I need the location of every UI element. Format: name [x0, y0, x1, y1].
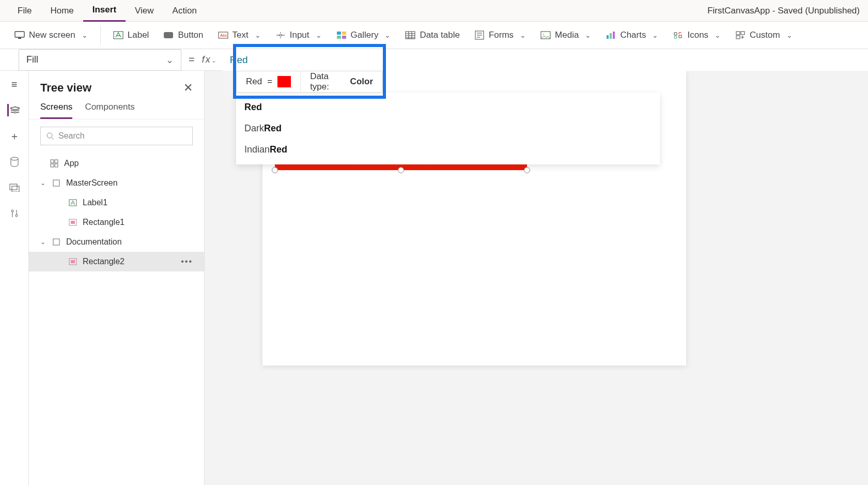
svg-rect-21 [736, 36, 740, 39]
tree-node-rectangle2[interactable]: Rectangle2 ••• [29, 252, 204, 271]
new-screen-label: New screen [29, 30, 75, 40]
formula-bar: Fill = fx [0, 49, 868, 71]
tree-node-rectangle1[interactable]: Rectangle1 [29, 213, 204, 232]
text-button[interactable]: Abc Text [212, 27, 267, 43]
formula-result-tooltip: Red = Data type: Color [236, 71, 383, 93]
data-table-button[interactable]: Data table [399, 27, 466, 43]
autocomplete-option[interactable]: DarkRed [236, 118, 660, 139]
svg-rect-9 [337, 36, 341, 39]
menu-action[interactable]: Action [163, 0, 206, 22]
tree-node-documentation[interactable]: ⌄ Documentation [29, 232, 204, 252]
tree-node-app[interactable]: App [29, 154, 204, 173]
rail-media-icon[interactable] [8, 181, 21, 194]
rail-data-icon[interactable] [8, 156, 21, 168]
icons-button[interactable]: Icons [667, 27, 727, 43]
svg-point-25 [11, 210, 13, 212]
more-icon[interactable]: ••• [181, 257, 193, 266]
fx-button[interactable]: fx [202, 54, 223, 65]
resize-handle-e[interactable] [524, 167, 530, 173]
text-icon: Abc [218, 30, 228, 40]
tree-node-masterscreen[interactable]: ⌄ MasterScreen [29, 173, 204, 193]
expand-icon[interactable]: ⌄ [40, 238, 47, 246]
button-icon [163, 30, 174, 40]
tab-screens[interactable]: Screens [40, 102, 72, 119]
svg-rect-24 [12, 186, 19, 192]
media-label: Media [555, 30, 579, 40]
expand-icon[interactable]: ⌄ [40, 179, 47, 187]
data-type-value: Color [350, 77, 373, 87]
svg-rect-16 [610, 33, 612, 39]
rail-tools-icon[interactable] [8, 207, 21, 220]
svg-rect-15 [607, 35, 609, 39]
property-selector[interactable]: Fill [19, 49, 181, 71]
search-icon [46, 132, 54, 140]
forms-button[interactable]: Forms [468, 27, 532, 43]
screen-icon [52, 237, 61, 247]
data-table-label: Data table [420, 30, 460, 40]
result-name: Red [246, 77, 262, 87]
svg-rect-7 [337, 32, 341, 35]
text-label: Text [233, 30, 249, 40]
gallery-button[interactable]: Gallery [330, 27, 397, 43]
formula-input[interactable] [223, 49, 868, 71]
gallery-label: Gallery [351, 30, 379, 40]
left-rail: ≡ ＋ [0, 71, 29, 485]
app-icon [50, 159, 59, 168]
svg-rect-19 [736, 32, 740, 35]
label-button[interactable]: Label [107, 27, 156, 43]
charts-label: Charts [620, 30, 646, 40]
gallery-icon [336, 30, 347, 40]
svg-rect-36 [53, 239, 59, 245]
charts-icon [606, 30, 616, 40]
svg-rect-1 [18, 38, 21, 39]
svg-point-18 [674, 36, 677, 39]
svg-rect-30 [51, 164, 54, 167]
tree-view-title: Tree view [40, 81, 91, 95]
new-screen-button[interactable]: New screen [8, 27, 94, 43]
app-title: FirstCanvasApp - Saved (Unpublished) [707, 6, 860, 16]
autocomplete-dropdown: Red DarkRed IndianRed [236, 93, 660, 164]
tree-label: Rectangle1 [83, 218, 125, 227]
forms-label: Forms [489, 30, 514, 40]
close-icon[interactable]: ✕ [183, 81, 193, 95]
menu-file[interactable]: File [8, 0, 41, 22]
svg-point-6 [280, 34, 282, 36]
svg-rect-23 [10, 184, 17, 190]
rail-insert-icon[interactable]: ＋ [8, 130, 21, 142]
property-name: Fill [26, 54, 38, 65]
menu-home[interactable]: Home [41, 0, 83, 22]
svg-rect-20 [741, 32, 745, 35]
media-button[interactable]: Media [534, 27, 597, 43]
label-icon [113, 30, 123, 40]
input-icon [275, 30, 286, 40]
svg-rect-32 [53, 180, 59, 186]
autocomplete-option[interactable]: IndianRed [236, 139, 660, 160]
button-button[interactable]: Button [157, 27, 209, 43]
tree-node-label1[interactable]: Label1 [29, 193, 204, 213]
screen-icon [14, 30, 25, 40]
insert-ribbon: New screen Label Button Abc Text Input G… [0, 22, 868, 49]
svg-rect-29 [55, 160, 58, 163]
input-label: Input [290, 30, 309, 40]
svg-rect-38 [71, 260, 75, 263]
svg-point-22 [11, 157, 18, 160]
rail-tree-icon[interactable] [7, 104, 20, 116]
rail-hamburger-icon[interactable]: ≡ [8, 78, 21, 90]
menu-insert[interactable]: Insert [83, 0, 126, 22]
autocomplete-option[interactable]: Red [236, 97, 660, 118]
resize-handle-s[interactable] [398, 167, 404, 173]
svg-rect-3 [164, 32, 173, 38]
menu-view[interactable]: View [126, 0, 163, 22]
top-menu: File Home Insert View Action FirstCanvas… [0, 0, 868, 22]
input-button[interactable]: Input [269, 27, 328, 43]
tree-search[interactable]: Search [40, 127, 193, 145]
resize-handle-w[interactable] [272, 167, 278, 173]
data-type-label: Data type: [310, 71, 345, 92]
tree-label: Documentation [66, 237, 122, 247]
svg-rect-17 [613, 32, 615, 39]
charts-button[interactable]: Charts [599, 27, 664, 43]
tree-label: Label1 [83, 198, 107, 207]
tab-components[interactable]: Components [85, 102, 134, 119]
custom-button[interactable]: Custom [729, 27, 799, 43]
svg-point-26 [16, 215, 18, 217]
